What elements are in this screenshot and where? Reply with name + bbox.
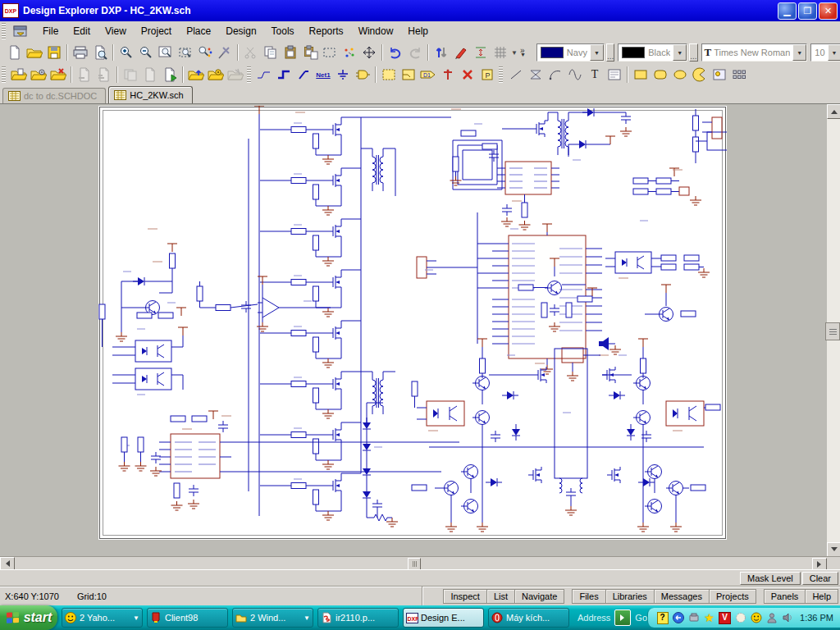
toolbar-grip[interactable] [499,66,503,84]
mask-level-button[interactable]: Mask Level [740,572,801,585]
restore-button[interactable]: ❐ [798,2,817,20]
zoom-area-icon[interactable] [176,43,195,62]
menu-tools[interactable]: Tools [264,23,302,39]
sheet-entry-icon[interactable] [399,66,418,84]
list-button[interactable]: List [486,589,515,604]
print-preview-icon[interactable] [90,43,110,62]
star-icon[interactable]: ★ [703,612,715,624]
help-button[interactable]: Help [805,589,838,604]
address-go-icon[interactable] [614,609,631,626]
part-icon[interactable] [353,66,372,84]
move-items-icon[interactable] [431,43,451,62]
scroll-down-icon[interactable] [827,542,840,557]
toolbar-grip[interactable] [2,66,6,84]
tab-dc-to-dc[interactable]: dc to dc.SCHDOC [2,88,106,103]
power-port-icon[interactable] [438,66,458,84]
bezier-icon[interactable] [565,66,585,84]
panel-pull-tab[interactable] [825,322,840,340]
menu-help[interactable]: Help [400,23,436,39]
line-icon[interactable] [506,66,526,84]
array-icon[interactable] [729,66,749,84]
menu-reports[interactable]: Reports [302,23,351,39]
no-erc-icon[interactable] [458,66,477,84]
text-icon[interactable]: T [585,66,605,84]
navigate-button[interactable]: Navigate [514,589,564,604]
graphic-icon[interactable] [710,66,729,84]
task-ir2110-pdf[interactable]: ir2110.p... [317,608,399,628]
save-icon[interactable] [44,43,64,62]
grid-icon[interactable] [491,43,510,62]
smiley-icon[interactable] [750,612,762,624]
clear-button[interactable]: Clear [802,572,838,585]
network-icon[interactable] [734,612,746,624]
minimize-button[interactable]: ▁ [778,2,797,20]
open-project-icon[interactable] [29,66,48,84]
line-color-combo[interactable]: Navy ▼ [536,43,605,62]
align-spacing-icon[interactable] [471,43,491,62]
zoom-document-icon[interactable] [156,43,176,62]
messenger-icon[interactable] [672,612,684,624]
undo-icon[interactable] [386,43,405,62]
ellipse-icon[interactable] [670,66,690,84]
toolbar-grip[interactable] [247,66,251,84]
close-project-icon[interactable] [48,66,68,84]
redo-icon[interactable] [405,43,425,62]
menu-view[interactable]: View [98,23,134,39]
start-button[interactable]: start [0,605,57,630]
compile-document-icon[interactable] [75,66,94,84]
select-area-icon[interactable] [320,43,340,62]
menu-place[interactable]: Place [179,23,218,39]
fill-color-more-button[interactable]: ... [689,43,697,62]
tab-hc-2kw[interactable]: HC_2KW.sch [108,86,192,103]
grid-dropdown-icon[interactable]: ▼ [511,49,518,57]
taskbar-clock[interactable]: 1:36 PM [800,613,833,623]
annotate-icon[interactable] [451,43,471,62]
panels-button[interactable]: Panels [764,589,806,604]
text-frame-icon[interactable] [605,66,624,84]
horizontal-scrollbar[interactable] [0,556,840,570]
compile-project-icon[interactable] [94,66,114,84]
open-document-icon[interactable] [9,66,29,84]
build-icon[interactable] [226,66,245,84]
device-icon[interactable] [687,612,700,624]
files-button[interactable]: Files [572,589,605,604]
user-icon[interactable] [765,612,778,624]
run-document-icon[interactable] [160,66,180,84]
copy-icon[interactable] [261,43,281,62]
schematic-sheet[interactable] [98,106,727,540]
menu-project[interactable]: Project [134,23,179,39]
schematic-workspace[interactable] [0,103,840,557]
task-client98[interactable]: Client98 [147,608,228,628]
open-icon[interactable] [25,43,44,62]
fill-color-drop-icon[interactable]: ▼ [673,44,687,61]
cross-probe-icon[interactable] [215,43,235,62]
menu-edit[interactable]: Edit [66,23,98,39]
inspect-button[interactable]: Inspect [443,589,486,604]
add-sheet-icon[interactable] [186,66,206,84]
libraries-button[interactable]: Libraries [605,589,655,604]
wire-icon[interactable] [254,66,274,84]
volume-icon[interactable] [781,612,793,624]
rectangle-icon[interactable] [631,66,651,84]
system-menu-icon[interactable] [11,23,30,39]
task-dropdown-icon[interactable]: ▼ [304,614,310,622]
go-label[interactable]: Go [635,613,647,623]
antivirus-v-icon[interactable]: V [719,612,731,624]
menu-design[interactable]: Design [218,23,263,39]
port-icon[interactable]: D1 [418,66,438,84]
task-dropdown-icon[interactable]: ▼ [133,614,139,622]
project-options-icon[interactable] [206,66,226,84]
line-color-drop-icon[interactable]: ▼ [590,44,604,61]
new-icon[interactable] [5,43,25,62]
task-yahoo[interactable]: 2 Yaho... ▼ [62,608,143,628]
sheet-symbol-icon[interactable] [379,66,399,84]
paste-array-icon[interactable] [300,43,320,62]
polygon-icon[interactable] [526,66,546,84]
fill-color-combo[interactable]: Black ▼ [618,43,687,62]
help-badge-icon[interactable]: ? [656,612,669,624]
projects-button[interactable]: Projects [709,589,756,604]
task-windows-group[interactable]: 2 Wind... ▼ [232,608,313,628]
arc-icon[interactable] [546,66,565,84]
scrollbar-thumb[interactable] [408,558,421,570]
deselect-all-icon[interactable] [340,43,359,62]
